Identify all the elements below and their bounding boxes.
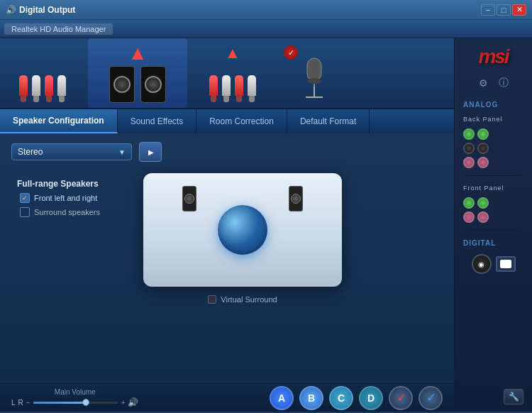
settings-icon-button[interactable]: 🔧 — [504, 389, 523, 404]
button-a[interactable]: A — [270, 386, 294, 410]
bottom-right: 🔧 — [460, 389, 526, 404]
audio-icon: 🔊 — [6, 5, 16, 15]
port-row-front-1 — [460, 197, 526, 209]
analog-label: ANALOG — [460, 101, 498, 109]
mini-speaker-right[interactable] — [289, 186, 303, 211]
volume-bar: Main Volume L R − + 🔊 A B C D — [0, 383, 454, 412]
taskbar-tab-main[interactable]: Realtek HD Audio Manager — [4, 23, 113, 35]
maximize-button[interactable]: □ — [497, 4, 511, 16]
button-check-blue[interactable]: ✓ — [419, 386, 443, 410]
surround-speakers-checkbox[interactable] — [20, 207, 30, 217]
volume-slider[interactable] — [33, 402, 118, 404]
tab-sound-effects[interactable]: Sound Effects — [118, 109, 197, 133]
speaker-up-arrow: ▲ — [128, 43, 148, 63]
volume-thumb[interactable] — [82, 399, 89, 406]
port-row-back-1 — [460, 128, 526, 140]
surround-speakers-option: Surround speakers — [20, 207, 126, 217]
speaker-cone-left — [113, 76, 131, 93]
front-panel-label: Front Panel — [460, 185, 504, 192]
port-front-green[interactable] — [463, 197, 475, 209]
digital-rect-btn[interactable] — [496, 256, 516, 272]
full-range-title: Full-range Speakers — [17, 179, 126, 189]
stage-area: Virtual Surround — [143, 173, 342, 375]
button-c[interactable]: C — [329, 386, 353, 410]
mic-icon — [293, 51, 336, 101]
cable-section-1[interactable] — [0, 38, 85, 108]
volume-speaker-icon: 🔊 — [128, 397, 138, 407]
digital-icon-row: ◉ — [472, 254, 516, 274]
speaker-visual: Full-range Speakers ✓ Front left and rig… — [11, 173, 443, 375]
cable2-up-arrow: ▲ — [225, 44, 240, 62]
mic-section[interactable]: ✓ — [275, 38, 353, 108]
volume-section: Main Volume L R − + 🔊 — [11, 388, 138, 407]
digital-label: DIGITAL — [460, 239, 496, 247]
play-button[interactable]: ▶ — [139, 142, 162, 162]
surround-speakers-label: Surround speakers — [34, 208, 100, 216]
button-b[interactable]: B — [299, 386, 323, 410]
cable-pin-white-1 — [32, 75, 40, 102]
back-panel-label: Back Panel — [460, 116, 503, 123]
main-container: ▲ ▲ — [0, 38, 532, 412]
svg-rect-2 — [307, 58, 321, 81]
center-sphere — [218, 205, 267, 255]
port-row-back-3 — [460, 157, 526, 168]
divider-1 — [467, 175, 519, 176]
speaker-dropdown[interactable]: Stereo ▼ — [11, 143, 132, 160]
gear-icon[interactable]: ⚙ — [476, 75, 492, 91]
virtual-surround-row: Virtual Surround — [208, 295, 277, 304]
port-pink-1[interactable] — [463, 157, 475, 168]
cable2-pin-white-1 — [222, 75, 231, 102]
window-controls: − □ ✕ — [481, 4, 526, 16]
speaker-right — [140, 66, 166, 103]
port-pink-2[interactable] — [477, 157, 489, 168]
cable-pin-white-2 — [57, 75, 66, 102]
divider-2 — [467, 230, 519, 231]
button-check-red[interactable]: ✓ — [389, 386, 413, 410]
cable-section-2[interactable]: ▲ — [190, 38, 275, 108]
port-black-2[interactable] — [477, 143, 489, 154]
checkbox-check: ✓ — [22, 194, 28, 202]
tab-default-format[interactable]: Default Format — [287, 109, 370, 133]
svg-point-3 — [307, 78, 321, 84]
mic-checkmark: ✓ — [284, 45, 298, 60]
volume-plus: + — [121, 399, 126, 407]
digital-circle-btn[interactable]: ◉ — [472, 254, 492, 274]
front-speakers-checkbox[interactable]: ✓ — [20, 193, 30, 203]
volume-controls: L R − + 🔊 — [11, 397, 138, 407]
port-green-1[interactable] — [463, 128, 475, 140]
virtual-surround-checkbox[interactable] — [208, 295, 216, 304]
center-panel: ▲ ▲ — [0, 38, 454, 412]
port-front-green-2[interactable] — [477, 197, 489, 209]
front-speakers-label: Front left and right — [34, 194, 97, 202]
speaker-cone-right — [145, 76, 162, 93]
right-panel: msi ⚙ ⓘ ANALOG Back Panel Front Panel — [454, 38, 532, 412]
digital-rect-inner — [500, 260, 511, 268]
button-d[interactable]: D — [359, 386, 383, 410]
port-front-pink-2[interactable] — [477, 211, 489, 223]
tab-speaker-config[interactable]: Speaker Configuration — [0, 109, 118, 133]
cable2-pin-red-2 — [235, 75, 243, 102]
cable-pin-red-1 — [19, 75, 28, 102]
msi-logo: msi — [478, 45, 508, 68]
stage-platform — [143, 173, 342, 287]
speaker-section[interactable]: ▲ — [88, 38, 187, 108]
port-green-2[interactable] — [477, 128, 489, 140]
content-area: Stereo ▼ ▶ Full-range Speakers ✓ Front — [0, 133, 454, 383]
port-black-1[interactable] — [463, 143, 475, 154]
port-front-pink[interactable] — [463, 211, 475, 223]
vol-r-label: R — [18, 399, 23, 407]
close-button[interactable]: ✕ — [512, 4, 526, 16]
cable-pin-red-2 — [45, 75, 53, 102]
port-row-back-2 — [460, 143, 526, 154]
info-icon[interactable]: ⓘ — [496, 75, 511, 91]
virtual-surround-label: Virtual Surround — [221, 295, 277, 304]
volume-dash: − — [26, 399, 31, 407]
info-panel: Full-range Speakers ✓ Front left and rig… — [11, 173, 132, 375]
volume-fill — [33, 402, 84, 404]
minimize-button[interactable]: − — [481, 4, 495, 16]
mini-speaker-left[interactable] — [182, 186, 196, 211]
speaker-left — [109, 66, 135, 103]
right-icons-row: ⚙ ⓘ — [476, 75, 511, 91]
tab-room-correction[interactable]: Room Correction — [196, 109, 287, 133]
tab-navigation: Speaker Configuration Sound Effects Room… — [0, 109, 454, 133]
